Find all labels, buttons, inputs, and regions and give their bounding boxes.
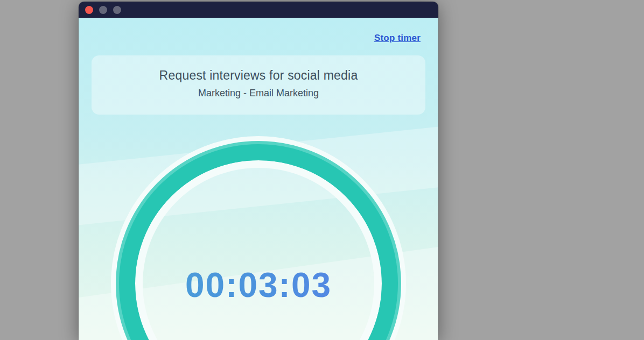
task-title: Request interviews for social media	[92, 68, 425, 83]
timer-window: Stop timer Request interviews for social…	[79, 2, 438, 340]
timer-window-content: Stop timer Request interviews for social…	[79, 18, 438, 340]
zoom-button[interactable]	[113, 6, 121, 14]
stop-timer-link[interactable]: Stop timer	[374, 33, 421, 44]
window-titlebar	[79, 2, 438, 18]
ring-body	[127, 152, 390, 340]
minimize-button[interactable]	[99, 6, 107, 14]
close-button[interactable]	[85, 6, 93, 14]
task-category: Marketing - Email Marketing	[92, 88, 425, 99]
timer-display: 00:03:03	[79, 265, 438, 305]
task-card: Request interviews for social media Mark…	[92, 55, 425, 115]
ring-highlight	[125, 151, 391, 340]
timer-progress-ring	[108, 133, 409, 340]
